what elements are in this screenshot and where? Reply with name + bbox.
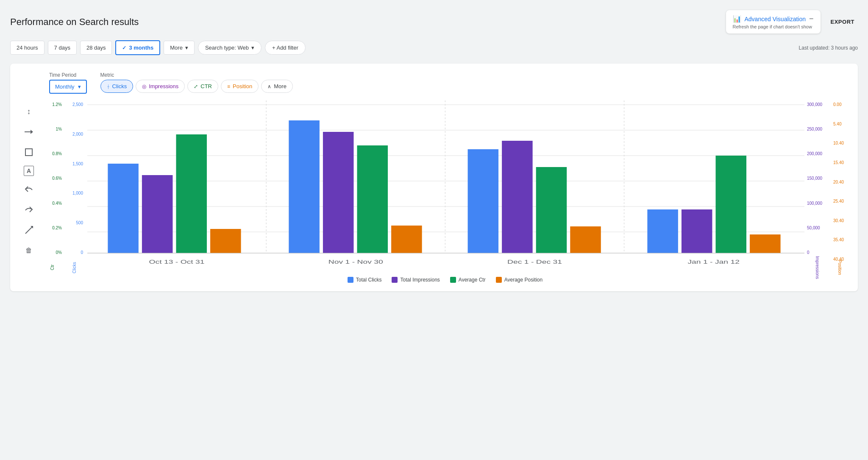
bar-jan-clicks: [647, 209, 678, 253]
imp-axis-0: 0: [807, 250, 810, 255]
page-title: Performance on Search results: [10, 17, 139, 28]
chart-container: Time Period Monthly ▾ Metric ⟊ Clicks ◎ …: [10, 64, 858, 291]
legend-swatch-ctr: [450, 277, 456, 283]
clicks-axis-1000: 1,000: [72, 191, 83, 195]
filter-24h[interactable]: 24 hours: [10, 41, 45, 55]
ctr-axis-1.2: 1.2%: [52, 102, 62, 107]
svg-line-3: [25, 227, 32, 234]
adv-viz-title: Advanced Visualization: [745, 16, 806, 22]
clicks-icon: ⟊: [107, 84, 110, 89]
cursor-tool[interactable]: ↕: [22, 105, 36, 118]
chevron-down-icon: ▾: [185, 45, 188, 51]
collapse-button[interactable]: −: [809, 14, 814, 23]
bar-nov-impressions: [323, 132, 354, 253]
ctr-axis-0.6: 0.6%: [52, 176, 62, 181]
ctr-axis-label: Ctr: [50, 265, 55, 270]
chevron-down-icon: ▾: [251, 45, 254, 51]
pos-axis-15.4: 15.40: [833, 160, 844, 165]
bar-oct-position: [210, 229, 241, 253]
imp-axis-200k: 200,000: [807, 151, 822, 156]
export-button[interactable]: EXPORT: [827, 17, 858, 27]
bar-dec-ctr: [536, 167, 567, 253]
legend-swatch-position: [496, 277, 502, 283]
imp-axis-300k: 300,000: [807, 102, 822, 107]
x-label-nov: Nov 1 - Nov 30: [328, 259, 383, 265]
clicks-axis-0: 0: [81, 250, 83, 255]
legend-swatch-impressions: [392, 277, 398, 283]
ctr-axis-0.2: 0.2%: [52, 226, 62, 230]
filter-more[interactable]: More ▾: [164, 41, 195, 55]
clicks-axis-500: 500: [76, 220, 83, 225]
chart-area: ↕ A 🗑: [19, 100, 849, 283]
metric-label: Metric: [100, 72, 293, 78]
clicks-axis-2500: 2,500: [72, 102, 83, 107]
bar-dec-clicks: [468, 149, 499, 253]
metric-tab-position[interactable]: ≡ Position: [221, 80, 259, 93]
x-label-dec: Dec 1 - Dec 31: [507, 259, 562, 265]
bar-dec-impressions: [502, 141, 533, 253]
svg-rect-2: [25, 149, 32, 156]
ctr-axis-0.4: 0.4%: [52, 201, 62, 206]
chart-icon: 📊: [733, 15, 741, 23]
position-axis-label: Position: [837, 260, 842, 275]
ctr-icon: ⤢: [194, 84, 198, 89]
bar-dec-position: [570, 226, 601, 253]
line-tool[interactable]: [22, 223, 36, 237]
legend-total-clicks: Total Clicks: [348, 277, 382, 283]
redo-tool[interactable]: [22, 203, 36, 217]
add-filter-button[interactable]: + Add filter: [265, 41, 306, 55]
chart-legend: Total Clicks Total Impressions Average C…: [41, 277, 849, 283]
pos-axis-35.4: 35.40: [833, 237, 844, 242]
bar-jan-ctr: [716, 156, 747, 253]
last-updated: Last updated: 3 hours ago: [799, 45, 858, 51]
impressions-axis-label: Impressions: [815, 256, 820, 279]
filter-28d[interactable]: 28 days: [80, 41, 112, 55]
left-tools: ↕ A 🗑: [19, 100, 39, 283]
legend-average-ctr: Average Ctr: [450, 277, 486, 283]
text-tool[interactable]: A: [24, 166, 34, 176]
bar-oct-clicks: [108, 164, 139, 253]
advanced-viz-card: 📊 Advanced Visualization − Refresh the p…: [726, 10, 821, 33]
bar-nov-clicks: [289, 120, 320, 253]
undo-tool[interactable]: [22, 183, 36, 196]
clicks-axis-2000: 2,000: [72, 132, 83, 137]
legend-swatch-clicks: [348, 277, 353, 283]
imp-axis-50k: 50,000: [807, 226, 820, 230]
clicks-axis-label: Clicks: [72, 262, 77, 273]
bar-jan-impressions: [682, 209, 712, 253]
bar-jan-position: [750, 234, 781, 253]
bar-oct-ctr: [176, 134, 207, 253]
position-icon: ≡: [227, 84, 230, 89]
filter-7d[interactable]: 7 days: [48, 41, 77, 55]
arrow-tool[interactable]: [22, 125, 36, 139]
clicks-axis-1500: 1,500: [72, 162, 83, 166]
metric-tab-more[interactable]: ∧ More: [261, 80, 293, 93]
metric-tab-ctr[interactable]: ⤢ CTR: [187, 80, 218, 93]
bar-oct-impressions: [142, 175, 173, 253]
ctr-axis-1: 1%: [56, 127, 62, 131]
filter-row: 24 hours 7 days 28 days ✓ 3 months More …: [10, 40, 858, 55]
imp-axis-100k: 100,000: [807, 201, 822, 206]
chevron-down-icon: ▾: [78, 84, 81, 90]
metric-tab-clicks[interactable]: ⟊ Clicks: [100, 80, 134, 93]
metric-tab-impressions[interactable]: ◎ Impressions: [136, 80, 185, 93]
x-label-jan: Jan 1 - Jan 12: [687, 259, 740, 265]
bar-chart: Oct 13 - Oct 31 Nov 1 - Nov 30 Dec 1 - D…: [87, 100, 804, 270]
pos-axis-0: 0.00: [833, 102, 841, 107]
pos-axis-30.4: 30.40: [833, 218, 844, 223]
impressions-icon: ◎: [142, 84, 146, 89]
delete-tool[interactable]: 🗑: [22, 244, 36, 257]
pos-axis-20.4: 20.40: [833, 180, 844, 184]
pos-axis-10.4: 10.40: [833, 141, 844, 145]
search-type-button[interactable]: Search type: Web ▾: [198, 41, 262, 55]
x-label-oct: Oct 13 - Oct 31: [149, 259, 205, 265]
pos-axis-25.4: 25.40: [833, 199, 844, 204]
filter-3months[interactable]: ✓ 3 months: [115, 40, 160, 55]
legend-average-position: Average Position: [496, 277, 543, 283]
rect-tool[interactable]: [22, 145, 36, 159]
bar-nov-ctr: [357, 145, 388, 253]
more-icon: ∧: [267, 84, 271, 89]
check-icon: ✓: [122, 45, 126, 51]
time-period-select[interactable]: Monthly ▾: [49, 80, 87, 94]
metric-tabs: ⟊ Clicks ◎ Impressions ⤢ CTR ≡ Position: [100, 80, 293, 93]
